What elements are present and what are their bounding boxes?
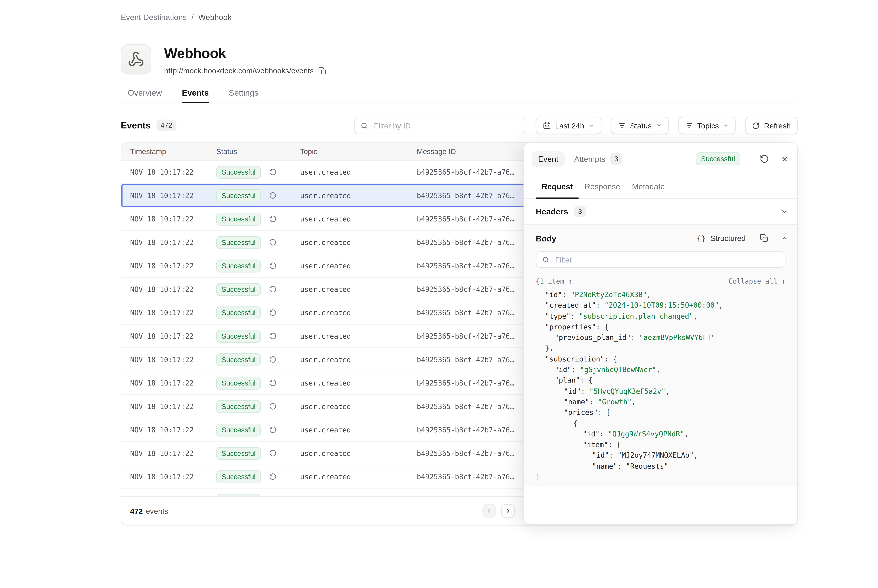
breadcrumb-current: Webhook xyxy=(198,13,232,22)
panel-tab-event[interactable]: Event xyxy=(532,151,565,167)
retry-icon[interactable] xyxy=(269,449,277,457)
json-line: "properties": { xyxy=(536,322,785,332)
breadcrumb-section[interactable]: Event Destinations xyxy=(121,13,187,22)
status-badge: Successful xyxy=(216,376,261,389)
filter-by-id-field[interactable] xyxy=(354,117,526,134)
filter-by-id-input[interactable] xyxy=(373,120,520,130)
cell-timestamp: NOV 18 10:17:22 xyxy=(121,215,216,223)
retry-icon[interactable] xyxy=(269,379,277,387)
json-root-summary[interactable]: {1 item ↑ xyxy=(536,277,572,285)
subtab-metadata[interactable]: Metadata xyxy=(626,175,671,198)
chevron-down-icon[interactable] xyxy=(781,208,788,215)
retry-icon[interactable] xyxy=(269,426,277,434)
events-heading: Events xyxy=(121,120,151,131)
retry-icon[interactable] xyxy=(269,309,277,316)
status-badge: Successful xyxy=(216,306,261,319)
copy-url-icon[interactable] xyxy=(318,66,326,75)
events-toolbar: Events 472 xyxy=(121,117,798,134)
structured-mode-toggle[interactable]: {} Structured xyxy=(697,234,746,243)
cell-timestamp: NOV 18 10:17:22 xyxy=(121,379,216,387)
subtab-request[interactable]: Request xyxy=(536,175,579,198)
retry-icon[interactable] xyxy=(269,168,277,176)
retry-icon[interactable] xyxy=(269,238,277,246)
prev-page-button[interactable] xyxy=(483,504,496,518)
time-range-dropdown[interactable]: Last 24h xyxy=(536,117,601,134)
json-line: "id": "QJgg9WrS4vyQPNdR", xyxy=(536,429,785,440)
status-dropdown[interactable]: Status xyxy=(610,117,669,134)
retry-icon[interactable] xyxy=(269,402,277,410)
cell-timestamp: NOV 18 10:17:22 xyxy=(121,309,216,317)
status-badge: Successful xyxy=(216,400,261,413)
status-badge: Successful xyxy=(216,213,261,225)
chevron-down-icon xyxy=(588,123,594,128)
collapse-section-icon[interactable] xyxy=(782,235,788,242)
json-line: "id": "MJ2oy747MNQXELAo", xyxy=(536,450,785,461)
retry-icon[interactable] xyxy=(269,473,277,480)
panel-tab-attempts[interactable]: Attempts 3 xyxy=(574,153,622,165)
refresh-icon xyxy=(752,122,760,129)
code-braces-icon: {} xyxy=(697,234,707,242)
events-total-count: 472 xyxy=(130,506,143,515)
retry-icon[interactable] xyxy=(269,332,277,340)
retry-event-icon[interactable] xyxy=(760,154,769,164)
col-status: Status xyxy=(216,147,300,156)
col-topic: Topic xyxy=(300,147,417,156)
status-label: Status xyxy=(630,121,652,130)
retry-icon[interactable] xyxy=(269,285,277,293)
cell-timestamp: NOV 18 10:17:22 xyxy=(121,356,216,364)
attempts-count-badge: 3 xyxy=(610,153,622,165)
headers-title: Headers xyxy=(536,207,568,216)
tab-overview[interactable]: Overview xyxy=(128,88,162,102)
body-title: Body xyxy=(536,234,556,243)
subtab-response[interactable]: Response xyxy=(579,175,626,198)
cell-timestamp: NOV 18 10:17:22 xyxy=(121,191,216,200)
filter-lines-icon xyxy=(618,122,626,130)
body-filter-input[interactable] xyxy=(554,255,779,265)
cell-topic: user.created xyxy=(300,449,417,457)
chevron-right-icon xyxy=(505,508,511,514)
vertical-divider xyxy=(750,152,750,166)
json-viewer[interactable]: "id": "P2NoRtyZoTc46X3B","created_at": "… xyxy=(524,290,797,482)
body-section: Body {} Structured xyxy=(524,225,797,486)
cell-timestamp: NOV 18 10:17:22 xyxy=(121,426,216,434)
json-line: "id": "5HycQYuqK3eF5a2v", xyxy=(536,386,785,396)
status-badge: Successful xyxy=(216,494,261,496)
calendar-icon xyxy=(543,122,551,130)
refresh-button[interactable]: Refresh xyxy=(745,117,798,134)
cell-topic: user.created xyxy=(300,191,417,200)
headers-section-row[interactable]: Headers 3 xyxy=(524,199,797,225)
cell-timestamp: NOV 18 10:17:22 xyxy=(121,472,216,481)
json-line: { xyxy=(536,418,785,429)
status-badge: Successful xyxy=(216,260,261,272)
topics-dropdown[interactable]: Topics xyxy=(678,117,736,134)
close-panel-icon[interactable] xyxy=(781,155,788,162)
json-line: "type": "subscription.plan_changed", xyxy=(536,311,785,322)
json-line: "subscription": { xyxy=(536,354,785,364)
topics-label: Topics xyxy=(697,121,719,130)
status-badge: Successful xyxy=(216,330,261,342)
chevron-down-icon xyxy=(656,123,662,128)
next-page-button[interactable] xyxy=(501,504,515,518)
nav-tabs: Overview Events Settings xyxy=(121,88,798,103)
breadcrumb: Event Destinations / Webhook xyxy=(121,13,798,22)
collapse-all-button[interactable]: Collapse all ↑ xyxy=(729,277,785,285)
event-status-badge: Successful xyxy=(696,152,740,165)
copy-body-icon[interactable] xyxy=(760,234,768,243)
cell-timestamp: NOV 18 10:17:22 xyxy=(121,285,216,293)
tab-events[interactable]: Events xyxy=(182,88,209,102)
retry-icon[interactable] xyxy=(269,262,277,270)
cell-topic: user.created xyxy=(300,402,417,410)
retry-icon[interactable] xyxy=(269,192,277,199)
retry-icon[interactable] xyxy=(269,356,277,363)
body-filter-field[interactable] xyxy=(536,252,785,268)
status-badge: Successful xyxy=(216,189,261,202)
json-line: } xyxy=(536,472,785,482)
detail-subtabs: Request Response Metadata xyxy=(524,175,797,199)
cell-topic: user.created xyxy=(300,356,417,364)
col-timestamp: Timestamp xyxy=(121,147,216,156)
page-header: Webhook http://mock.hookdeck.com/webhook… xyxy=(121,44,798,75)
app-window: Event Destinations / Webhook Webhook htt… xyxy=(0,13,878,588)
tab-settings[interactable]: Settings xyxy=(229,88,259,102)
retry-icon[interactable] xyxy=(269,215,277,223)
json-line: "id": "P2NoRtyZoTc46X3B", xyxy=(536,290,785,300)
